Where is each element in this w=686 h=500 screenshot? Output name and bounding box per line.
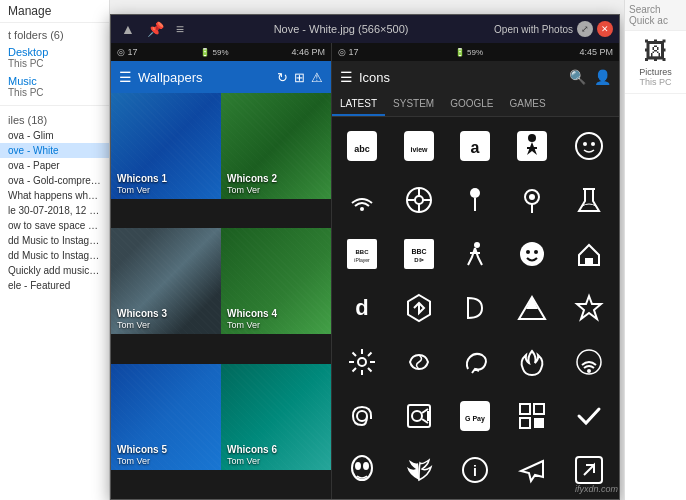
file-item[interactable]: ova - Gold-compressed: [0, 173, 109, 188]
icon-d2[interactable]: [447, 281, 504, 335]
divider: [0, 105, 109, 106]
wallpaper-item-6[interactable]: Whicons 6 Tom Ver: [221, 364, 331, 470]
back-arrow-icon[interactable]: ▲: [117, 21, 139, 37]
icon-abc[interactable]: abc: [334, 119, 391, 173]
icon-check[interactable]: [560, 389, 617, 443]
icons-hamburger-icon[interactable]: ☰: [340, 69, 353, 85]
folder-music[interactable]: Music This PC: [0, 72, 109, 101]
wallpaper-label-4: Whicons 4 Tom Ver: [221, 304, 331, 334]
close-button[interactable]: ✕: [597, 21, 613, 37]
icon-wifi2[interactable]: [560, 335, 617, 389]
icon-flask[interactable]: [560, 173, 617, 227]
icon-bbc[interactable]: BBCiPlayer: [334, 227, 391, 281]
icon-swirl-arrow[interactable]: [447, 335, 504, 389]
wallpaper-label-2: Whicons 2 Tom Ver: [221, 169, 331, 199]
svg-point-41: [358, 358, 366, 366]
pictures-folder[interactable]: 🖼 Pictures This PC: [625, 31, 686, 94]
pin-icon[interactable]: 📌: [143, 21, 168, 37]
svg-point-33: [526, 250, 530, 254]
alert-icon[interactable]: ⚠: [311, 70, 323, 85]
icons-panel: ◎ 17 🔋 59% 4:45 PM ☰ Icons 🔍 👤 LATEST SY…: [331, 43, 619, 499]
icon-wing[interactable]: [391, 443, 448, 497]
svg-point-9: [576, 133, 602, 159]
icon-circle-face[interactable]: [560, 119, 617, 173]
file-item[interactable]: ova - Glim: [0, 128, 109, 143]
icon-gear[interactable]: [334, 335, 391, 389]
phone-content: ◎ 17 🔋 59% 4:46 PM ☰ Wallpapers ↻ ⊞ ⚠ Wh…: [111, 43, 619, 499]
file-item[interactable]: What happens when you: [0, 188, 109, 203]
icon-iview[interactable]: iview: [391, 119, 448, 173]
icon-safe[interactable]: [391, 389, 448, 443]
account-icon[interactable]: 👤: [594, 69, 611, 85]
svg-text:BBC: BBC: [411, 248, 426, 255]
tab-latest[interactable]: LATEST: [332, 93, 385, 116]
icon-runner[interactable]: [447, 227, 504, 281]
file-item[interactable]: le 30-07-2018, 12 05 00: [0, 203, 109, 218]
svg-text:d: d: [356, 295, 369, 320]
folder-desktop[interactable]: Desktop This PC: [0, 43, 109, 72]
left-explorer-sidebar: Manage t folders (6) Desktop This PC Mus…: [0, 0, 110, 500]
file-item-selected[interactable]: ove - White: [0, 143, 109, 158]
expand-button[interactable]: ⤢: [577, 21, 593, 37]
svg-point-10: [583, 142, 587, 146]
wallpaper-item-2[interactable]: Whicons 2 Tom Ver: [221, 93, 331, 199]
wallpapers-panel-title: Wallpapers: [138, 70, 271, 85]
grid-icon[interactable]: ⊞: [294, 70, 305, 85]
file-item[interactable]: dd Music to Instagram S: [0, 233, 109, 248]
icon-ball-pin[interactable]: [504, 173, 561, 227]
icon-mountain[interactable]: [504, 281, 561, 335]
folder-desktop-sub: This PC: [8, 58, 101, 69]
svg-text:i: i: [474, 463, 478, 479]
search-quick-access[interactable]: Search Quick ac: [625, 0, 686, 31]
icon-smile[interactable]: [504, 227, 561, 281]
window-controls: ⤢ ✕: [577, 21, 613, 37]
wallpapers-header-icons: ↻ ⊞ ⚠: [277, 70, 323, 85]
svg-rect-53: [534, 404, 544, 414]
icons-status-bar: ◎ 17 🔋 59% 4:45 PM: [332, 43, 619, 61]
svg-point-19: [470, 188, 480, 198]
svg-text:iview: iview: [410, 146, 428, 153]
wallpaper-item-5[interactable]: Whicons 5 Tom Ver: [111, 364, 221, 470]
icon-wifi[interactable]: [334, 173, 391, 227]
icon-a-letter[interactable]: a: [447, 119, 504, 173]
wallpaper-item-3[interactable]: Whicons 3 Tom Ver: [111, 228, 221, 334]
svg-text:BBC: BBC: [356, 249, 370, 255]
icon-house[interactable]: [560, 227, 617, 281]
search-icon[interactable]: 🔍: [569, 69, 586, 85]
svg-text:D⊳: D⊳: [414, 257, 423, 263]
icon-i-info[interactable]: i: [447, 443, 504, 497]
refresh-icon[interactable]: ↻: [277, 70, 288, 85]
icon-star[interactable]: [560, 281, 617, 335]
wallpaper-item-4[interactable]: Whicons 4 Tom Ver: [221, 228, 331, 334]
icon-figure[interactable]: [504, 119, 561, 173]
icon-plane[interactable]: [504, 443, 561, 497]
icon-alien[interactable]: [334, 443, 391, 497]
open-with-photos[interactable]: Open with Photos: [494, 24, 573, 35]
file-item[interactable]: ow to save space on An: [0, 218, 109, 233]
icon-grid2[interactable]: [504, 389, 561, 443]
tab-google[interactable]: GOOGLE: [442, 93, 501, 116]
icon-d-circle[interactable]: d: [334, 281, 391, 335]
file-item[interactable]: dd Music to Instagram S: [0, 248, 109, 263]
icons-grid: abc iview a: [332, 117, 619, 499]
icon-dot-pin[interactable]: [447, 173, 504, 227]
file-item[interactable]: ova - Paper: [0, 158, 109, 173]
icons-status-time: 4:45 PM: [579, 47, 613, 57]
wallpaper-item-1[interactable]: Whicons 1 Tom Ver: [111, 93, 221, 199]
icon-at[interactable]: [334, 389, 391, 443]
icon-bbc-d[interactable]: BBCD⊳: [391, 227, 448, 281]
icon-eye-swirl[interactable]: [391, 335, 448, 389]
svg-point-34: [534, 250, 538, 254]
tab-games[interactable]: GAMES: [502, 93, 554, 116]
icon-fire[interactable]: [504, 335, 561, 389]
icon-life[interactable]: [391, 173, 448, 227]
tab-system[interactable]: SYSTEM: [385, 93, 442, 116]
folder-music-name: Music: [8, 75, 101, 87]
icon-hex-arrow[interactable]: [391, 281, 448, 335]
list-icon[interactable]: ≡: [172, 21, 188, 37]
icon-gpay[interactable]: G Pay: [447, 389, 504, 443]
folders-section-title: t folders (6): [0, 23, 109, 43]
hamburger-icon[interactable]: ☰: [119, 69, 132, 85]
file-item[interactable]: Quickly add music to Inst: [0, 263, 109, 278]
file-item[interactable]: ele - Featured: [0, 278, 109, 293]
